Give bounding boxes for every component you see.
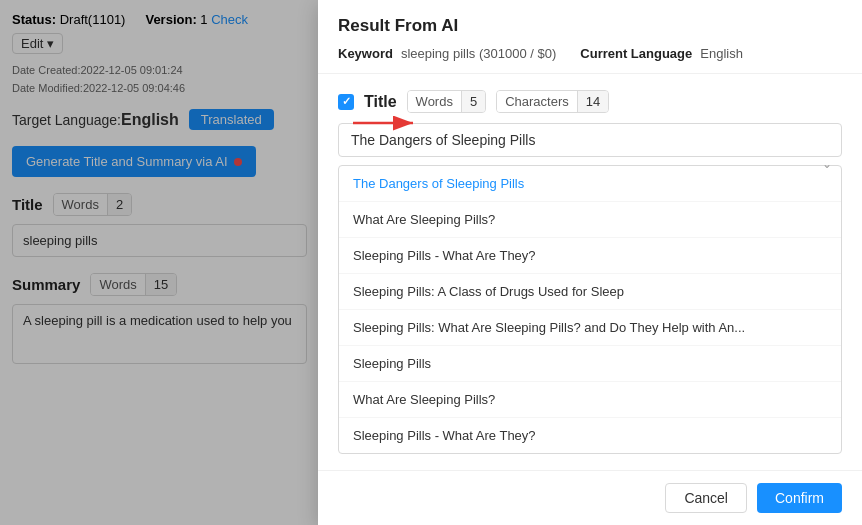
modal-footer: Cancel Confirm	[318, 470, 862, 525]
keyword-value: sleeping pills (301000 / $0)	[401, 46, 556, 61]
dropdown-item-5[interactable]: Sleeping Pills	[339, 346, 841, 382]
cancel-button[interactable]: Cancel	[665, 483, 747, 513]
current-language-label: Current Language	[580, 46, 692, 61]
dropdown-item-2[interactable]: Sleeping Pills - What Are They?	[339, 238, 841, 274]
result-modal: Result From AI Keyword sleeping pills (3…	[318, 0, 862, 525]
modal-meta: Keyword sleeping pills (301000 / $0) Cur…	[338, 46, 842, 61]
dropdown-item-7[interactable]: Sleeping Pills - What Are They?	[339, 418, 841, 453]
dropdown-item-6[interactable]: What Are Sleeping Pills?	[339, 382, 841, 418]
modal-characters-label: Characters	[497, 91, 577, 112]
dropdown-item-3[interactable]: Sleeping Pills: A Class of Drugs Used fo…	[339, 274, 841, 310]
modal-words-count: 5	[461, 91, 485, 112]
dropdown-items: The Dangers of Sleeping PillsWhat Are Sl…	[339, 166, 841, 453]
modal-header: Result From AI Keyword sleeping pills (3…	[318, 0, 862, 74]
modal-title: Result From AI	[338, 16, 842, 36]
modal-body: Title Words 5 Characters 14 The Dangers …	[318, 74, 862, 470]
dropdown-list: The Dangers of Sleeping PillsWhat Are Sl…	[338, 165, 842, 454]
current-language-value: English	[700, 46, 743, 61]
modal-characters-stat: Characters 14	[496, 90, 609, 113]
modal-characters-count: 14	[577, 91, 608, 112]
keyword-label: Keyword	[338, 46, 393, 61]
dropdown-item-0[interactable]: The Dangers of Sleeping Pills	[339, 166, 841, 202]
red-arrow-annotation	[348, 108, 428, 138]
confirm-button[interactable]: Confirm	[757, 483, 842, 513]
dropdown-item-4[interactable]: Sleeping Pills: What Are Sleeping Pills?…	[339, 310, 841, 346]
dropdown-item-1[interactable]: What Are Sleeping Pills?	[339, 202, 841, 238]
